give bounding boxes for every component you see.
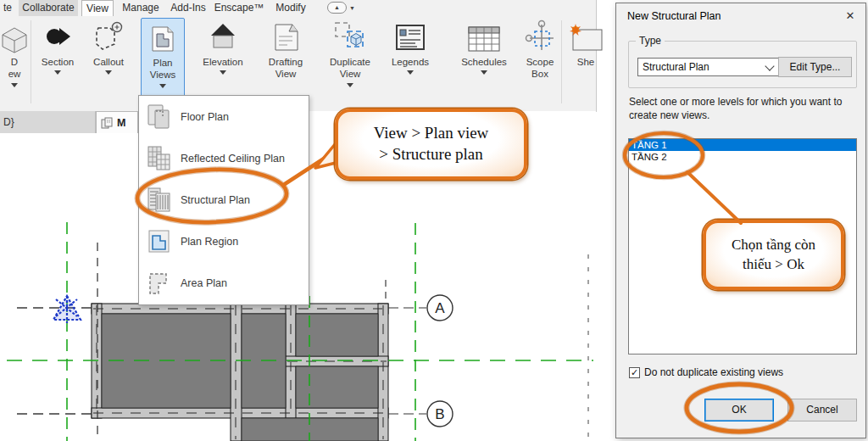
menu-item-area-plan[interactable]: Area Plan [139, 262, 309, 304]
scope-box-button[interactable]: Scope Box [520, 18, 560, 104]
plan-views-label: Plan [153, 58, 172, 68]
tab-collaborate[interactable]: Collaborate [19, 0, 78, 16]
elevation-label: Elevation [203, 56, 242, 68]
menu-item-label: Floor Plan [181, 111, 229, 123]
plan-views-dropdown: Floor Plan Reflected Ceiling Plan Struct… [138, 95, 309, 305]
menu-item-floor-plan[interactable]: Floor Plan [139, 96, 309, 137]
duplicate-view-button[interactable]: Duplicate View [322, 18, 378, 104]
grid-bubble-a[interactable]: A [427, 295, 453, 321]
list-item-level-2[interactable]: TẦNG 2 [629, 151, 856, 163]
duplicate-checkbox-row[interactable]: ✓ Do not duplicate existing views [629, 366, 783, 378]
schedules-button[interactable]: Schedules [454, 18, 514, 104]
svg-text:A: A [435, 300, 445, 316]
reflected-ceiling-plan-icon [147, 145, 172, 172]
drafting-view-icon [270, 18, 301, 53]
menu-item-reflected-ceiling-plan[interactable]: Reflected Ceiling Plan [139, 137, 309, 179]
new-structural-plan-dialog: New Structural Plan ✕ Type Structural Pl… [615, 3, 866, 438]
chevron-down-icon [765, 61, 774, 70]
cancel-button[interactable]: Cancel [787, 399, 857, 421]
section-icon [42, 18, 73, 53]
dropdown-arrow-icon [105, 70, 112, 75]
elevation-marker[interactable] [53, 296, 81, 323]
tab-manage[interactable]: Manage [119, 0, 163, 16]
duplicate-view-icon [332, 18, 368, 53]
chevron-down-icon: ▼ [349, 5, 355, 11]
plan-views-button[interactable]: Plan Views [141, 18, 185, 103]
legends-button[interactable]: Legends [383, 18, 437, 104]
ribbon-separator [561, 20, 562, 103]
3d-view-icon [1, 18, 28, 53]
duplicate-view-label2: View [340, 69, 361, 79]
checkbox-label: Do not duplicate existing views [644, 366, 783, 378]
3d-view-label2: ew [8, 69, 21, 79]
elevation-icon [206, 18, 240, 53]
elevation-button[interactable]: Elevation [197, 18, 249, 104]
dropdown-arrow-icon [481, 70, 487, 75]
dropdown-arrow-icon [54, 70, 61, 75]
ok-button[interactable]: OK [704, 399, 774, 421]
tab-modify[interactable]: Modify [271, 0, 310, 16]
type-group-box: Type Structural Plan Edit Type... [628, 41, 857, 88]
menu-item-label: Reflected Ceiling Plan [181, 153, 285, 165]
view-tab-active-label: M [117, 117, 125, 129]
callout-button[interactable]: Callout [85, 18, 132, 104]
tab-view[interactable]: View [81, 0, 114, 16]
ribbon-separator [31, 20, 31, 103]
dropdown-arrow-icon [220, 70, 226, 75]
type-combo-value: Structural Plan [643, 61, 709, 73]
dialog-callout-text-line2: thiếu > Ok [743, 255, 804, 275]
tab-enscape[interactable]: Enscape™ [214, 0, 264, 16]
scope-box-label2: Box [531, 69, 548, 79]
panel-up-icon: ▲ [327, 2, 347, 14]
callout-label: Callout [93, 56, 124, 68]
view-tab-active[interactable]: M [96, 111, 138, 133]
instruction-text-line1: Select one or more levels for which you … [629, 96, 842, 108]
legends-label: Legends [392, 56, 429, 68]
ribbon-callout-text-line1: View > Plan view [374, 123, 489, 144]
dialog-callout-bubble: Chọn tầng còn thiếu > Ok [703, 220, 844, 290]
sheet-button[interactable]: She [566, 18, 605, 104]
dialog-title: New Structural Plan [627, 10, 721, 22]
ribbon-tab-row: te Collaborate View Manage Add-Ins Ensca… [0, 0, 596, 16]
close-icon[interactable]: ✕ [843, 8, 858, 24]
view-tab-3d[interactable]: D} [0, 111, 96, 133]
section-label: Section [42, 56, 74, 68]
ribbon-minimize-control[interactable]: ▲ ▼ [327, 2, 355, 14]
menu-item-plan-region[interactable]: Plan Region [139, 220, 309, 262]
svg-text:B: B [435, 406, 444, 422]
edit-type-button[interactable]: Edit Type... [778, 57, 852, 77]
list-item-level-1[interactable]: TẦNG 1 [629, 139, 856, 151]
dropdown-arrow-icon [11, 83, 18, 87]
section-button[interactable]: Section [34, 18, 81, 104]
dropdown-arrow-icon [407, 70, 414, 75]
checkbox-checked-icon[interactable]: ✓ [629, 367, 640, 378]
type-combo-box[interactable]: Structural Plan [637, 58, 780, 76]
duplicate-view-label: Duplicate [330, 57, 370, 67]
floor-plan-icon [147, 103, 172, 131]
menu-item-label: Plan Region [181, 236, 238, 248]
tab-add-ins[interactable]: Add-Ins [168, 0, 209, 16]
drafting-view-label: Drafting [269, 57, 303, 67]
ribbon-callout-bubble: View > Plan view > Structure plan [335, 109, 527, 180]
dialog-callout-text-line1: Chọn tầng còn [732, 236, 815, 255]
structural-plan-icon [147, 187, 172, 214]
tab-annotate-partial[interactable]: te [0, 0, 15, 16]
dropdown-arrow-icon [159, 84, 166, 88]
grid-bubble-b[interactable]: B [427, 401, 453, 427]
legends-icon [393, 18, 427, 53]
drafting-view-button[interactable]: Drafting View [259, 18, 312, 104]
instruction-text-line2: create new views. [629, 109, 709, 121]
callout-icon [92, 18, 125, 53]
menu-item-label: Area Plan [181, 277, 227, 289]
drafting-view-label2: View [275, 69, 297, 79]
area-plan-icon [147, 270, 172, 297]
plan-region-icon [147, 228, 172, 255]
3d-view-button[interactable]: D ew [0, 18, 29, 104]
menu-item-structural-plan[interactable]: Structural Plan [139, 179, 309, 220]
schedules-icon [466, 18, 502, 53]
schedules-label: Schedules [461, 56, 507, 68]
plan-views-label2: Views [150, 70, 175, 80]
sheet-icon [569, 18, 603, 53]
scope-box-label: Scope [526, 57, 554, 67]
sheet-label: She [577, 56, 594, 68]
